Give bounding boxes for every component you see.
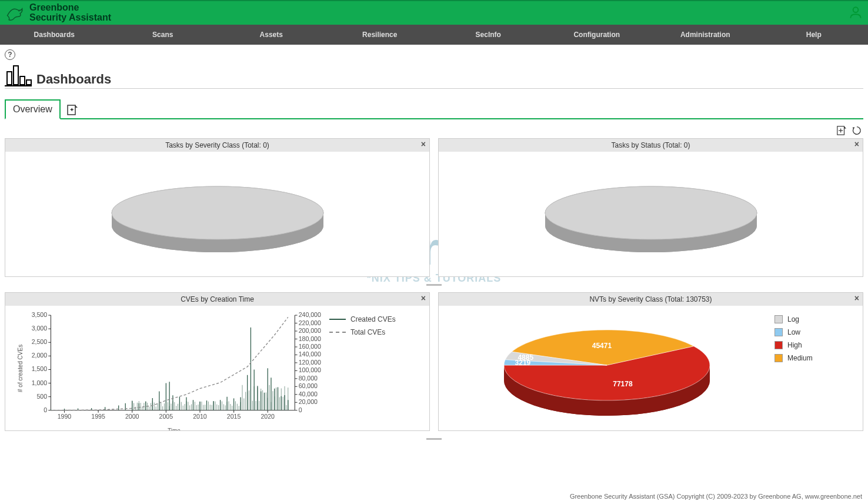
add-dashboard-tab-button[interactable]: ✦ bbox=[66, 104, 78, 116]
panel-title: Tasks by Severity Class (Total: 0) bbox=[5, 141, 429, 149]
svg-text:240,000: 240,000 bbox=[299, 312, 321, 318]
svg-rect-5 bbox=[26, 80, 31, 85]
svg-point-0 bbox=[18, 10, 19, 11]
footer-text: Greenbone Security Assistant (GSA) Copyr… bbox=[570, 493, 862, 500]
svg-point-20 bbox=[545, 186, 757, 239]
panel-title: Tasks by Status (Total: 0) bbox=[439, 141, 863, 149]
page-title-row: Dashboards bbox=[5, 64, 863, 89]
svg-text:1,500: 1,500 bbox=[32, 366, 48, 373]
svg-text:2010: 2010 bbox=[193, 413, 207, 420]
row-resize-handle[interactable] bbox=[5, 283, 863, 286]
panel-close-button[interactable]: × bbox=[854, 140, 859, 148]
svg-text:2005: 2005 bbox=[159, 413, 173, 420]
svg-text:✦: ✦ bbox=[69, 106, 74, 113]
svg-text:60,000: 60,000 bbox=[299, 383, 318, 390]
svg-text:45471: 45471 bbox=[592, 342, 612, 350]
dashboard-row: CVEs by Creation Time × # of created CVE… bbox=[5, 292, 863, 431]
page-help-button[interactable]: ? bbox=[5, 49, 15, 60]
svg-text:1990: 1990 bbox=[58, 413, 72, 420]
legend-item[interactable]: Log bbox=[774, 315, 854, 323]
svg-text:120,000: 120,000 bbox=[299, 359, 321, 366]
nav-help[interactable]: Help bbox=[760, 25, 869, 45]
legend-label: Medium bbox=[787, 354, 813, 362]
empty-pie-placeholder bbox=[106, 167, 329, 261]
content-area: ? Dashboards Overview ✦ bbox=[0, 45, 868, 489]
legend-label: Log bbox=[787, 315, 799, 323]
legend-label: Created CVEs bbox=[350, 315, 396, 323]
panel-cves-by-creation-time: CVEs by Creation Time × # of created CVE… bbox=[5, 292, 430, 431]
svg-rect-2 bbox=[7, 72, 12, 85]
svg-text:2000: 2000 bbox=[125, 413, 139, 420]
nav-dashboards[interactable]: Dashboards bbox=[0, 25, 109, 45]
nav-resilience[interactable]: Resilience bbox=[326, 25, 435, 45]
chart-legend: LogLowHighMedium bbox=[769, 310, 857, 426]
legend-label: Low bbox=[787, 328, 800, 336]
panel-close-button[interactable]: × bbox=[854, 294, 859, 302]
dashboard-row: Tasks by Severity Class (Total: 0) × bbox=[5, 138, 863, 277]
dashboards-icon bbox=[5, 64, 32, 87]
panel-nvts-by-severity: NVTs by Severity Class (Total: 130753) ×… bbox=[438, 292, 863, 431]
top-bar: Greenbone Security Assistant bbox=[0, 0, 868, 25]
user-menu-button[interactable] bbox=[848, 5, 863, 22]
cves-chart[interactable]: 05001,0001,5002,0002,5003,0003,500020,00… bbox=[25, 312, 323, 425]
dashboard-tabs: Overview ✦ bbox=[5, 99, 863, 119]
svg-text:1995: 1995 bbox=[91, 413, 105, 420]
legend-label: Total CVEs bbox=[350, 328, 385, 336]
legend-item[interactable]: Low bbox=[774, 328, 854, 336]
legend-swatch bbox=[774, 328, 783, 336]
svg-point-17 bbox=[112, 186, 323, 239]
svg-text:3,000: 3,000 bbox=[32, 325, 48, 332]
legend-swatch-dashed bbox=[329, 332, 346, 333]
brand-line1: Greenbone bbox=[29, 3, 111, 13]
svg-text:220,000: 220,000 bbox=[299, 320, 321, 326]
tab-overview[interactable]: Overview bbox=[5, 99, 61, 119]
panel-tasks-by-status: Tasks by Status (Total: 0) × bbox=[438, 138, 863, 277]
brand-line2: Security Assistant bbox=[29, 13, 111, 23]
panel-close-button[interactable]: × bbox=[421, 294, 426, 302]
svg-text:80,000: 80,000 bbox=[299, 375, 318, 382]
svg-text:140,000: 140,000 bbox=[299, 352, 321, 358]
user-icon bbox=[848, 5, 863, 20]
legend-swatch-solid bbox=[329, 319, 346, 320]
svg-text:20,000: 20,000 bbox=[299, 399, 318, 406]
nvts-pie-chart[interactable]: 771784547148853219 bbox=[489, 309, 725, 427]
svg-text:160,000: 160,000 bbox=[299, 343, 321, 350]
nav-scans[interactable]: Scans bbox=[109, 25, 218, 45]
reset-dashboard-button[interactable] bbox=[852, 125, 862, 136]
nav-assets[interactable]: Assets bbox=[217, 25, 326, 45]
panel-title: CVEs by Creation Time bbox=[5, 295, 429, 303]
svg-text:3,500: 3,500 bbox=[32, 312, 48, 318]
legend-swatch bbox=[774, 354, 783, 362]
main-nav: Dashboards Scans Assets Resilience SecIn… bbox=[0, 25, 868, 45]
chart-legend: Created CVEs Total CVEs bbox=[323, 312, 423, 425]
legend-item[interactable]: High bbox=[774, 341, 854, 349]
nav-configuration[interactable]: Configuration bbox=[543, 25, 652, 45]
nav-secinfo[interactable]: SecInfo bbox=[434, 25, 543, 45]
svg-text:0: 0 bbox=[299, 407, 302, 413]
svg-text:77178: 77178 bbox=[613, 380, 633, 388]
panel-title: NVTs by Severity Class (Total: 130753) bbox=[439, 295, 863, 303]
row-resize-handle[interactable] bbox=[5, 437, 863, 440]
legend-swatch bbox=[774, 341, 783, 349]
page-title: Dashboards bbox=[36, 72, 111, 87]
panel-close-button[interactable]: × bbox=[421, 140, 426, 148]
svg-point-1 bbox=[853, 7, 859, 12]
footer: Greenbone Security Assistant (GSA) Copyr… bbox=[0, 489, 868, 501]
svg-text:2015: 2015 bbox=[227, 413, 241, 420]
svg-text:2020: 2020 bbox=[261, 413, 275, 420]
svg-text:2,500: 2,500 bbox=[32, 339, 48, 346]
nav-administration[interactable]: Administration bbox=[651, 25, 760, 45]
dashboard-actions bbox=[5, 124, 863, 138]
svg-text:200,000: 200,000 bbox=[299, 328, 321, 334]
legend-item[interactable]: Medium bbox=[774, 354, 854, 362]
dashboard-grid: Tasks by Severity Class (Total: 0) × bbox=[5, 138, 863, 440]
legend-swatch bbox=[774, 315, 783, 323]
svg-rect-3 bbox=[14, 66, 18, 85]
add-display-button[interactable] bbox=[836, 125, 847, 136]
panel-tasks-by-severity: Tasks by Severity Class (Total: 0) × bbox=[5, 138, 430, 277]
svg-text:180,000: 180,000 bbox=[299, 336, 321, 342]
empty-pie-placeholder bbox=[539, 167, 763, 261]
svg-text:40,000: 40,000 bbox=[299, 391, 318, 398]
legend-label: High bbox=[787, 341, 802, 349]
brand-logo[interactable]: Greenbone Security Assistant bbox=[5, 2, 111, 24]
